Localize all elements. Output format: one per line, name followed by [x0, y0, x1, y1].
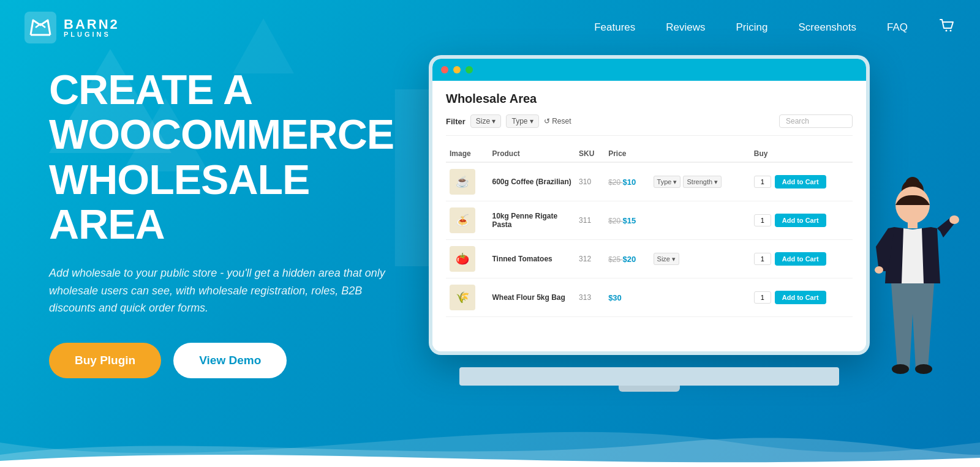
- laptop-mockup: Wholesale Area Filter Size ▾ Type ▾ ↺ Re…: [429, 55, 907, 422]
- hero-subtitle: Add wholesale to your public store - you…: [49, 264, 392, 317]
- buy-controls: Add to Cart: [754, 214, 849, 227]
- product-name: 600g Coffee (Brazilian): [489, 162, 576, 201]
- product-thumbnail: 🍝: [450, 207, 475, 233]
- col-type: [650, 146, 750, 162]
- product-selects: Type ▾Strength ▾: [650, 162, 750, 201]
- col-product: Product: [489, 146, 576, 162]
- window-dot-green: [466, 66, 473, 73]
- svg-point-9: [892, 364, 909, 374]
- buy-cell: Add to Cart: [750, 201, 853, 240]
- navigation: BARN2 PLUGINS Features Reviews Pricing S…: [0, 0, 980, 55]
- app-title: Wholesale Area: [446, 92, 853, 106]
- add-to-cart-button[interactable]: Add to Cart: [775, 252, 826, 266]
- logo-barn2: BARN2: [64, 18, 119, 31]
- hero-buttons: Buy Plugin View Demo: [49, 343, 429, 378]
- product-thumbnail: ☕: [450, 169, 475, 195]
- filter-reset-btn[interactable]: ↺ Reset: [544, 117, 571, 125]
- svg-point-1: [946, 30, 948, 32]
- svg-point-2: [950, 30, 952, 32]
- search-box[interactable]: Search: [779, 114, 853, 128]
- filter-bar: Filter Size ▾ Type ▾ ↺ Reset Search: [446, 114, 853, 136]
- person-svg: [858, 161, 968, 418]
- product-variant-select[interactable]: Size ▾: [654, 253, 679, 265]
- product-price: $30: [605, 278, 649, 317]
- laptop-app-content: Wholesale Area Filter Size ▾ Type ▾ ↺ Re…: [432, 81, 866, 351]
- product-sku: 311: [575, 201, 605, 240]
- add-to-cart-button[interactable]: Add to Cart: [775, 291, 826, 304]
- filter-type[interactable]: Type ▾: [506, 114, 538, 128]
- product-sku: 313: [575, 278, 605, 317]
- logo-text: BARN2 PLUGINS: [64, 18, 119, 38]
- product-selects: [650, 278, 750, 317]
- buy-controls: Add to Cart: [754, 252, 849, 266]
- product-variant-select[interactable]: Type ▾: [654, 176, 681, 188]
- product-image-cell: 🍅: [446, 240, 489, 278]
- products-table: Image Product SKU Price Buy ☕600g Coffee…: [446, 146, 853, 317]
- logo-plugins: PLUGINS: [64, 31, 119, 38]
- cart-icon[interactable]: [938, 17, 956, 38]
- product-price: $25 $20: [605, 240, 649, 278]
- price-new: $30: [608, 293, 622, 302]
- price-new: $20: [623, 255, 636, 264]
- table-row: 🍝10kg Penne Rigate Pasta311$20 $15Add to…: [446, 201, 853, 240]
- product-sku: 312: [575, 240, 605, 278]
- price-old: $20: [608, 217, 622, 225]
- laptop-base: [459, 367, 839, 386]
- product-price: $20 $15: [605, 201, 649, 240]
- buy-controls: Add to Cart: [754, 291, 849, 304]
- svg-point-7: [949, 215, 959, 224]
- barn2-logo-icon: [24, 12, 56, 43]
- quantity-input[interactable]: [754, 291, 771, 304]
- nav-screenshots[interactable]: Screenshots: [798, 21, 856, 34]
- window-dot-red: [441, 66, 448, 73]
- product-name: 10kg Penne Rigate Pasta: [489, 201, 576, 240]
- product-price: $20 $10: [605, 162, 649, 201]
- product-name: Tinned Tomatoes: [489, 240, 576, 278]
- product-image-cell: ☕: [446, 162, 489, 201]
- product-image-cell: 🌾: [446, 278, 489, 317]
- buy-controls: Add to Cart: [754, 175, 849, 189]
- laptop-titlebar: [432, 59, 866, 81]
- table-row: 🌾Wheat Flour 5kg Bag313$30Add to Cart: [446, 278, 853, 317]
- add-to-cart-button[interactable]: Add to Cart: [775, 214, 826, 227]
- nav-reviews[interactable]: Reviews: [666, 21, 705, 34]
- view-demo-button[interactable]: View Demo: [173, 343, 287, 378]
- col-image: Image: [446, 146, 489, 162]
- quantity-input[interactable]: [754, 214, 771, 226]
- buy-plugin-button[interactable]: Buy Plugin: [49, 343, 161, 378]
- product-sku: 310: [575, 162, 605, 201]
- window-dot-yellow: [453, 66, 461, 73]
- laptop-screen-outer: Wholesale Area Filter Size ▾ Type ▾ ↺ Re…: [429, 55, 870, 355]
- product-variant-select[interactable]: Strength ▾: [683, 176, 722, 188]
- svg-rect-6: [908, 220, 918, 228]
- col-buy: Buy: [750, 146, 853, 162]
- quantity-input[interactable]: [754, 253, 771, 265]
- product-selects: Size ▾: [650, 240, 750, 278]
- col-price: Price: [605, 146, 649, 162]
- price-new: $15: [623, 216, 636, 225]
- filter-label: Filter: [446, 117, 466, 126]
- price-old: $25: [608, 255, 622, 264]
- logo[interactable]: BARN2 PLUGINS: [24, 12, 119, 43]
- quantity-input[interactable]: [754, 176, 771, 188]
- laptop-screen-inner: Wholesale Area Filter Size ▾ Type ▾ ↺ Re…: [432, 59, 866, 351]
- svg-point-8: [875, 266, 883, 274]
- table-row: ☕600g Coffee (Brazilian)310$20 $10Type ▾…: [446, 162, 853, 201]
- price-old: $20: [608, 178, 622, 187]
- filter-size[interactable]: Size ▾: [470, 114, 502, 128]
- product-thumbnail: 🌾: [450, 285, 475, 310]
- col-sku: SKU: [575, 146, 605, 162]
- table-row: 🍅Tinned Tomatoes312$25 $20Size ▾Add to C…: [446, 240, 853, 278]
- buy-cell: Add to Cart: [750, 278, 853, 317]
- product-image-cell: 🍝: [446, 201, 489, 240]
- buy-cell: Add to Cart: [750, 162, 853, 201]
- svg-rect-0: [24, 12, 56, 43]
- hero-content: CREATE A WOOCOMMERCE WHOLESALE AREA Add …: [49, 67, 429, 378]
- nav-features[interactable]: Features: [594, 21, 635, 34]
- hero-section: B BARN2 PLUGINS Features Reviews Pricing…: [0, 0, 980, 467]
- nav-pricing[interactable]: Pricing: [736, 21, 768, 34]
- add-to-cart-button[interactable]: Add to Cart: [775, 175, 826, 189]
- person-illustration: [858, 161, 968, 418]
- price-new: $10: [623, 177, 636, 187]
- nav-faq[interactable]: FAQ: [887, 21, 908, 34]
